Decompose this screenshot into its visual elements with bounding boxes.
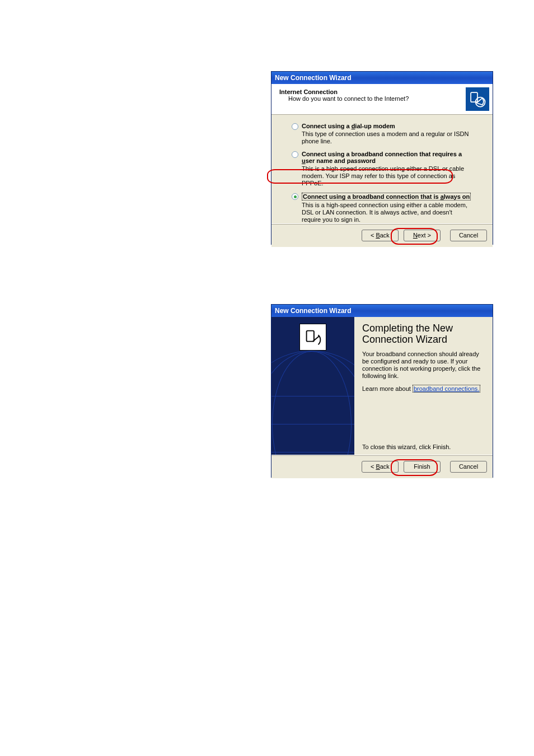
learn-more-line: Learn more about broadband connections. — [362, 385, 485, 393]
back-button-1[interactable]: < Back — [362, 230, 399, 241]
option-dialup[interactable]: Connect using a dial-up modem This type … — [292, 123, 472, 145]
completing-heading: Completing the New Connection Wizard — [362, 323, 485, 345]
modem-icon — [299, 324, 326, 351]
titlebar-1-text: New Connection Wizard — [275, 74, 352, 82]
network-globe-icon — [466, 87, 489, 111]
finish-button[interactable]: Finish — [404, 461, 441, 473]
titlebar-2-text: New Connection Wizard — [275, 307, 352, 315]
wizard-dialog-1: New Connection Wizard Internet Connectio… — [271, 71, 493, 245]
svg-rect-0 — [471, 92, 477, 102]
options-area: Connect using a dial-up modem This type … — [271, 115, 493, 223]
option-always-on-label: Connect using a broadband connection tha… — [302, 193, 472, 200]
cancel-button-1[interactable]: Cancel — [450, 230, 487, 241]
option-always-on-desc: This is a high-speed connection using ei… — [302, 202, 472, 223]
buttonbar-2: < Back Finish Cancel — [271, 455, 493, 478]
wizard-dialog-2: New Connection Wizard Completing the New… — [271, 304, 493, 478]
radio-dialup[interactable] — [292, 123, 298, 130]
wizard-left-pane — [271, 317, 354, 455]
next-button-1[interactable]: Next > — [404, 230, 441, 241]
cancel-button-2[interactable]: Cancel — [450, 461, 487, 473]
radio-always-on[interactable] — [292, 193, 298, 200]
titlebar-2[interactable]: New Connection Wizard — [271, 305, 493, 317]
option-dialup-label: Connect using a dial-up modem — [302, 123, 472, 129]
wizard-body-2: Completing the New Connection Wizard You… — [271, 317, 493, 455]
titlebar-1[interactable]: New Connection Wizard — [271, 72, 493, 84]
header-subtitle: How do you want to connect to the Intern… — [288, 95, 487, 102]
back-button-2[interactable]: < Back — [362, 461, 399, 473]
option-always-on[interactable]: Connect using a broadband connection tha… — [292, 193, 472, 223]
option-dialup-desc: This type of connection uses a modem and… — [302, 130, 472, 145]
header-strip: Internet Connection How do you want to c… — [271, 84, 493, 115]
svg-rect-2 — [307, 331, 314, 342]
broadband-connections-link[interactable]: broadband connections. — [413, 385, 480, 393]
option-pppoe-label: Connect using a broadband connection tha… — [302, 151, 472, 164]
radio-pppoe[interactable] — [292, 151, 298, 158]
buttonbar-1: < Back Next > Cancel — [271, 223, 493, 247]
option-pppoe-desc: This is a high-speed connection using ei… — [302, 165, 472, 187]
completing-para: Your broadband connection should already… — [362, 351, 485, 380]
wizard-right-pane: Completing the New Connection Wizard You… — [354, 317, 493, 455]
close-instruction: To close this wizard, click Finish. — [362, 444, 451, 450]
option-pppoe[interactable]: Connect using a broadband connection tha… — [292, 151, 472, 187]
header-title: Internet Connection — [279, 88, 487, 95]
globe-art — [271, 351, 354, 455]
